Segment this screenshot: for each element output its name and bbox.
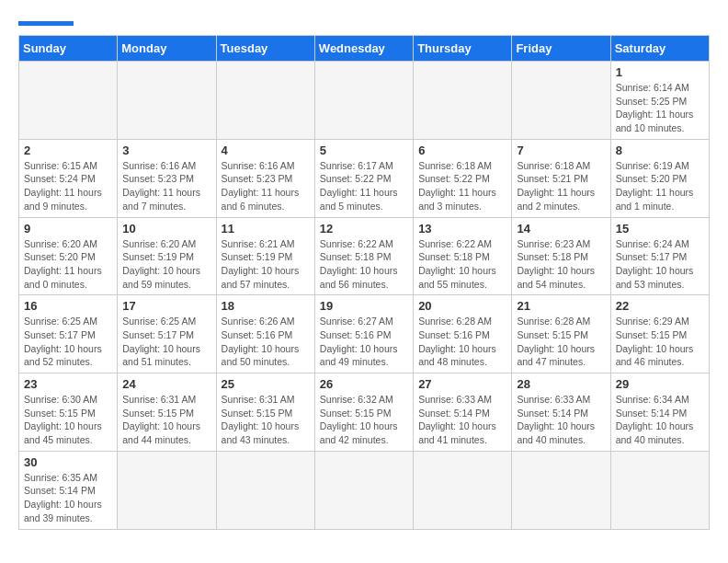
calendar-cell: 13Sunrise: 6:22 AM Sunset: 5:18 PM Dayli…	[414, 217, 512, 295]
day-info: Sunrise: 6:33 AM Sunset: 5:14 PM Dayligh…	[418, 393, 506, 447]
calendar-table: SundayMondayTuesdayWednesdayThursdayFrid…	[18, 35, 710, 530]
day-number: 4	[222, 144, 310, 157]
calendar-cell: 11Sunrise: 6:21 AM Sunset: 5:19 PM Dayli…	[216, 217, 314, 295]
calendar-cell: 15Sunrise: 6:24 AM Sunset: 5:17 PM Dayli…	[610, 217, 709, 295]
day-number: 15	[616, 222, 704, 236]
day-number: 22	[616, 299, 704, 313]
calendar-cell: 30Sunrise: 6:35 AM Sunset: 5:14 PM Dayli…	[19, 451, 118, 529]
day-info: Sunrise: 6:31 AM Sunset: 5:15 PM Dayligh…	[122, 393, 210, 447]
day-info: Sunrise: 6:15 AM Sunset: 5:24 PM Dayligh…	[24, 159, 112, 213]
calendar-cell: 18Sunrise: 6:26 AM Sunset: 5:16 PM Dayli…	[216, 295, 314, 373]
day-number: 9	[24, 222, 112, 236]
day-info: Sunrise: 6:17 AM Sunset: 5:22 PM Dayligh…	[320, 159, 408, 213]
calendar-cell	[314, 62, 413, 140]
weekday-header-wednesday: Wednesday	[314, 36, 413, 62]
day-info: Sunrise: 6:19 AM Sunset: 5:20 PM Dayligh…	[616, 159, 704, 213]
weekday-header-saturday: Saturday	[610, 36, 709, 62]
day-number: 7	[517, 144, 605, 157]
day-number: 2	[24, 144, 112, 157]
page-header	[18, 18, 710, 26]
day-info: Sunrise: 6:22 AM Sunset: 5:18 PM Dayligh…	[418, 237, 506, 292]
day-number: 8	[616, 144, 704, 157]
day-info: Sunrise: 6:18 AM Sunset: 5:22 PM Dayligh…	[418, 159, 506, 213]
day-info: Sunrise: 6:30 AM Sunset: 5:15 PM Dayligh…	[24, 393, 112, 447]
day-info: Sunrise: 6:23 AM Sunset: 5:18 PM Dayligh…	[517, 237, 605, 292]
logo-bar	[18, 21, 74, 26]
day-number: 13	[418, 222, 506, 236]
calendar-cell: 5Sunrise: 6:17 AM Sunset: 5:22 PM Daylig…	[314, 139, 413, 217]
calendar-cell: 12Sunrise: 6:22 AM Sunset: 5:18 PM Dayli…	[314, 217, 413, 295]
day-number: 24	[122, 377, 210, 391]
day-info: Sunrise: 6:28 AM Sunset: 5:16 PM Dayligh…	[418, 315, 506, 369]
calendar-cell	[118, 451, 216, 529]
calendar-cell: 3Sunrise: 6:16 AM Sunset: 5:23 PM Daylig…	[118, 139, 216, 217]
day-info: Sunrise: 6:18 AM Sunset: 5:21 PM Dayligh…	[517, 159, 605, 213]
day-number: 17	[122, 299, 210, 313]
day-number: 14	[517, 222, 605, 236]
day-info: Sunrise: 6:21 AM Sunset: 5:19 PM Dayligh…	[222, 237, 310, 292]
calendar-cell	[414, 451, 512, 529]
day-info: Sunrise: 6:25 AM Sunset: 5:17 PM Dayligh…	[122, 315, 210, 369]
day-info: Sunrise: 6:29 AM Sunset: 5:15 PM Dayligh…	[616, 315, 704, 369]
calendar-cell: 1Sunrise: 6:14 AM Sunset: 5:25 PM Daylig…	[610, 62, 709, 140]
weekday-header-tuesday: Tuesday	[216, 36, 314, 62]
day-number: 18	[222, 299, 310, 313]
calendar-cell	[118, 62, 216, 140]
day-info: Sunrise: 6:33 AM Sunset: 5:14 PM Dayligh…	[517, 393, 605, 447]
day-number: 26	[320, 377, 408, 391]
week-row-4: 16Sunrise: 6:25 AM Sunset: 5:17 PM Dayli…	[19, 295, 710, 373]
calendar-cell: 10Sunrise: 6:20 AM Sunset: 5:19 PM Dayli…	[118, 217, 216, 295]
day-number: 5	[320, 144, 408, 157]
calendar-cell	[216, 451, 314, 529]
day-info: Sunrise: 6:16 AM Sunset: 5:23 PM Dayligh…	[122, 159, 210, 213]
day-number: 16	[24, 299, 112, 313]
day-info: Sunrise: 6:20 AM Sunset: 5:20 PM Dayligh…	[24, 237, 112, 292]
day-number: 11	[222, 222, 310, 236]
day-info: Sunrise: 6:24 AM Sunset: 5:17 PM Dayligh…	[616, 237, 704, 292]
calendar-cell: 19Sunrise: 6:27 AM Sunset: 5:16 PM Dayli…	[314, 295, 413, 373]
weekday-header-monday: Monday	[118, 36, 216, 62]
day-number: 27	[418, 377, 506, 391]
day-info: Sunrise: 6:28 AM Sunset: 5:15 PM Dayligh…	[517, 315, 605, 369]
week-row-6: 30Sunrise: 6:35 AM Sunset: 5:14 PM Dayli…	[19, 451, 710, 529]
logo	[18, 18, 74, 26]
day-info: Sunrise: 6:31 AM Sunset: 5:15 PM Dayligh…	[222, 393, 310, 447]
day-number: 23	[24, 377, 112, 391]
day-number: 1	[616, 65, 704, 79]
day-info: Sunrise: 6:25 AM Sunset: 5:17 PM Dayligh…	[24, 315, 112, 369]
calendar-cell: 14Sunrise: 6:23 AM Sunset: 5:18 PM Dayli…	[512, 217, 610, 295]
day-number: 19	[320, 299, 408, 313]
day-number: 3	[122, 144, 210, 157]
day-number: 20	[418, 299, 506, 313]
day-info: Sunrise: 6:34 AM Sunset: 5:14 PM Dayligh…	[616, 393, 704, 447]
week-row-2: 2Sunrise: 6:15 AM Sunset: 5:24 PM Daylig…	[19, 139, 710, 217]
week-row-1: 1Sunrise: 6:14 AM Sunset: 5:25 PM Daylig…	[19, 62, 710, 140]
day-info: Sunrise: 6:27 AM Sunset: 5:16 PM Dayligh…	[320, 315, 408, 369]
day-info: Sunrise: 6:16 AM Sunset: 5:23 PM Dayligh…	[222, 159, 310, 213]
calendar-cell: 21Sunrise: 6:28 AM Sunset: 5:15 PM Dayli…	[512, 295, 610, 373]
calendar-cell: 25Sunrise: 6:31 AM Sunset: 5:15 PM Dayli…	[216, 373, 314, 452]
calendar-cell: 23Sunrise: 6:30 AM Sunset: 5:15 PM Dayli…	[19, 373, 118, 452]
calendar-cell: 22Sunrise: 6:29 AM Sunset: 5:15 PM Dayli…	[610, 295, 709, 373]
day-info: Sunrise: 6:14 AM Sunset: 5:25 PM Dayligh…	[616, 81, 704, 135]
day-number: 25	[222, 377, 310, 391]
day-number: 29	[616, 377, 704, 391]
calendar-cell	[19, 62, 118, 140]
calendar-cell: 28Sunrise: 6:33 AM Sunset: 5:14 PM Dayli…	[512, 373, 610, 452]
day-number: 10	[122, 222, 210, 236]
day-info: Sunrise: 6:26 AM Sunset: 5:16 PM Dayligh…	[222, 315, 310, 369]
week-row-3: 9Sunrise: 6:20 AM Sunset: 5:20 PM Daylig…	[19, 217, 710, 295]
calendar-cell: 8Sunrise: 6:19 AM Sunset: 5:20 PM Daylig…	[610, 139, 709, 217]
calendar-header: SundayMondayTuesdayWednesdayThursdayFrid…	[19, 36, 710, 62]
weekday-row: SundayMondayTuesdayWednesdayThursdayFrid…	[19, 36, 710, 62]
calendar-cell	[216, 62, 314, 140]
calendar-cell: 29Sunrise: 6:34 AM Sunset: 5:14 PM Dayli…	[610, 373, 709, 452]
calendar-cell: 9Sunrise: 6:20 AM Sunset: 5:20 PM Daylig…	[19, 217, 118, 295]
calendar-cell	[314, 451, 413, 529]
calendar-cell: 2Sunrise: 6:15 AM Sunset: 5:24 PM Daylig…	[19, 139, 118, 217]
calendar-cell	[610, 451, 709, 529]
calendar-cell: 26Sunrise: 6:32 AM Sunset: 5:15 PM Dayli…	[314, 373, 413, 452]
calendar-cell: 16Sunrise: 6:25 AM Sunset: 5:17 PM Dayli…	[19, 295, 118, 373]
day-info: Sunrise: 6:35 AM Sunset: 5:14 PM Dayligh…	[24, 471, 112, 525]
day-number: 12	[320, 222, 408, 236]
